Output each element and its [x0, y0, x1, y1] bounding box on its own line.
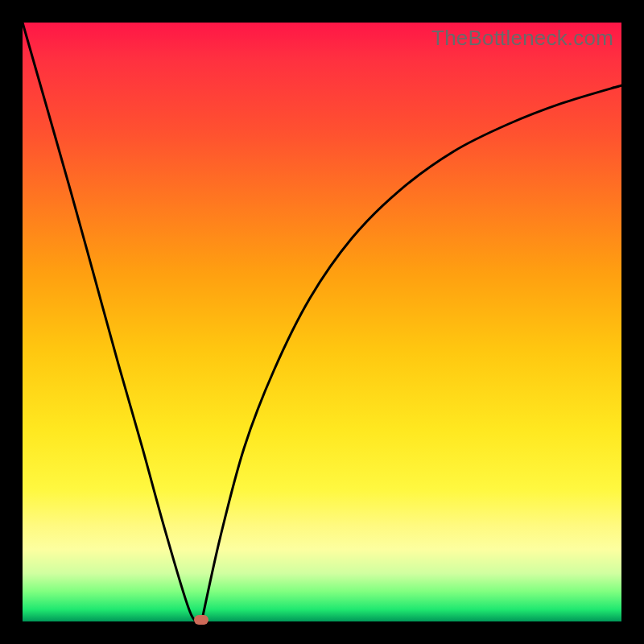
minimum-marker [194, 615, 208, 625]
bottleneck-curve [23, 23, 621, 621]
chart-plot-area: TheBottleneck.com [23, 23, 621, 621]
curve-path [23, 23, 621, 621]
